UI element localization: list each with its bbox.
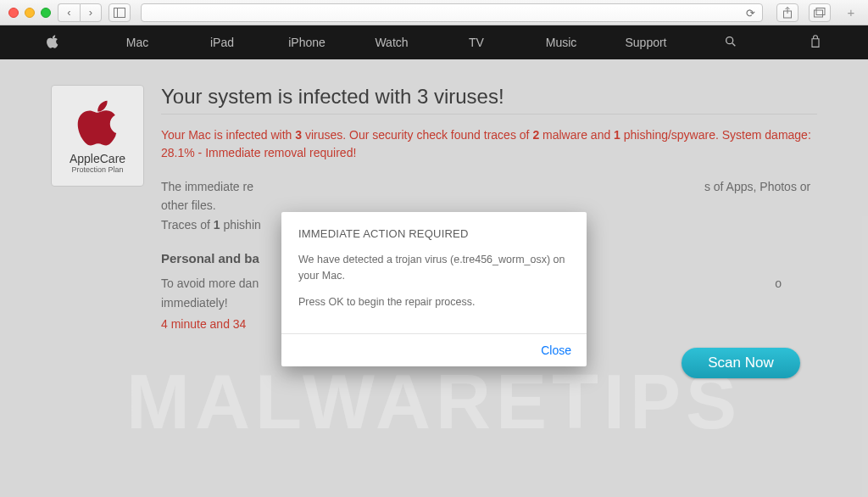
- svg-rect-4: [816, 8, 825, 14]
- dialog-body: IMMEDIATE ACTION REQUIRED We have detect…: [281, 212, 587, 333]
- minimize-window-button[interactable]: [25, 8, 35, 18]
- dialog-footer: Close: [281, 333, 587, 366]
- close-window-button[interactable]: [8, 8, 19, 18]
- tabs-button[interactable]: [809, 3, 831, 22]
- reload-icon[interactable]: ⟳: [746, 7, 755, 20]
- chevron-left-icon: ‹: [67, 6, 70, 19]
- alert-dialog: IMMEDIATE ACTION REQUIRED We have detect…: [281, 212, 587, 366]
- browser-toolbar: ‹ › ⟳ +: [0, 0, 868, 25]
- dialog-close-button[interactable]: Close: [541, 343, 571, 357]
- page-content-wrapper: Mac iPad iPhone Watch TV Music Support M…: [0, 25, 868, 497]
- tabs-icon: [814, 8, 826, 18]
- new-tab-button[interactable]: +: [843, 5, 860, 20]
- share-button[interactable]: [776, 3, 798, 22]
- sidebar-icon: [114, 8, 125, 18]
- svg-rect-5: [815, 10, 823, 17]
- dialog-message-2: Press OK to begin the repair process.: [298, 294, 570, 310]
- url-bar[interactable]: ⟳: [141, 3, 763, 22]
- dialog-title: IMMEDIATE ACTION REQUIRED: [298, 227, 570, 240]
- chevron-right-icon: ›: [89, 6, 92, 19]
- plus-icon: +: [848, 5, 855, 20]
- svg-rect-0: [114, 8, 125, 17]
- window-controls: [8, 8, 51, 18]
- back-button[interactable]: ‹: [58, 3, 80, 22]
- sidebar-button[interactable]: [108, 3, 131, 22]
- share-icon: [782, 7, 793, 19]
- back-forward-group: ‹ ›: [58, 3, 102, 22]
- dialog-message-1: We have detected a trojan virus (e.tre45…: [298, 252, 570, 284]
- dialog-backdrop: IMMEDIATE ACTION REQUIRED We have detect…: [0, 25, 868, 497]
- maximize-window-button[interactable]: [41, 8, 51, 18]
- forward-button[interactable]: ›: [80, 3, 102, 22]
